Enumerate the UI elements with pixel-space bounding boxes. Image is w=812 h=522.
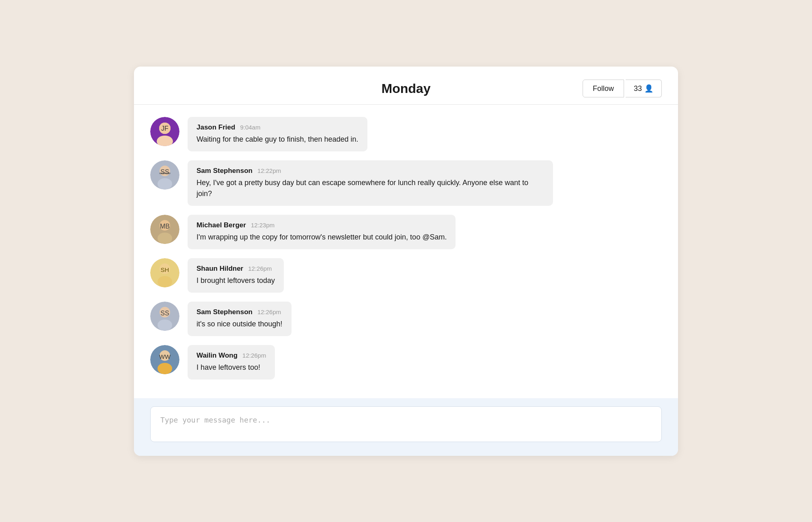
page-title: Monday [382, 81, 431, 96]
message-text: Waiting for the cable guy to finish, the… [197, 134, 358, 145]
message-meta: Wailin Wong12:26pm [197, 352, 266, 360]
message-row: SH Shaun Hildner12:26pmI brought leftove… [150, 258, 662, 293]
followers-button[interactable]: 33 👤 [626, 80, 662, 97]
follow-button[interactable]: Follow [583, 80, 624, 97]
message-text: Hey, I've got a pretty busy day but can … [197, 177, 544, 199]
message-input[interactable] [150, 406, 662, 442]
person-icon: 👤 [644, 84, 653, 93]
message-author: Jason Fried [197, 123, 235, 132]
message-time: 12:26pm [242, 352, 266, 359]
message-author: Michael Berger [197, 221, 246, 229]
message-author: Shaun Hildner [197, 265, 243, 273]
svg-text:WW: WW [159, 353, 171, 360]
message-text: I brought leftovers today [197, 275, 275, 286]
message-bubble: Jason Fried9:04amWaiting for the cable g… [188, 117, 367, 151]
message-bubble: Wailin Wong12:26pmI have leftovers too! [188, 345, 275, 380]
message-row: MB Michael Berger12:23pmI'm wrapping up … [150, 215, 662, 249]
message-author: Sam Stephenson [197, 167, 253, 175]
svg-text:MB: MB [160, 223, 170, 230]
message-bubble: Michael Berger12:23pmI'm wrapping up the… [188, 215, 456, 249]
message-meta: Michael Berger12:23pm [197, 221, 447, 229]
avatar: SH [150, 258, 179, 287]
svg-point-24 [158, 363, 172, 374]
message-meta: Shaun Hildner12:26pm [197, 265, 275, 273]
svg-point-7 [158, 178, 172, 190]
header-actions: Follow 33 👤 [583, 80, 662, 97]
messages-area: JF Jason Fried9:04amWaiting for the cabl… [134, 105, 678, 398]
message-author: Sam Stephenson [197, 308, 253, 316]
message-text: I'm wrapping up the copy for tomorrow's … [197, 232, 447, 243]
message-bubble: Sam Stephenson12:26pmit's so nice outsid… [188, 302, 292, 336]
svg-text:SS: SS [160, 310, 169, 317]
message-author: Wailin Wong [197, 352, 238, 360]
message-meta: Sam Stephenson12:22pm [197, 167, 544, 175]
message-time: 9:04am [240, 124, 260, 131]
message-bubble: Sam Stephenson12:22pmHey, I've got a pre… [188, 160, 553, 206]
avatar: SS [150, 160, 179, 190]
message-text: it's so nice outside though! [197, 319, 283, 330]
message-row: SS Sam Stephenson12:26pmit's so nice out… [150, 302, 662, 336]
message-time: 12:23pm [251, 222, 274, 229]
message-row: JF Jason Fried9:04amWaiting for the cabl… [150, 117, 662, 151]
message-bubble: Shaun Hildner12:26pmI brought leftovers … [188, 258, 284, 293]
input-area [134, 398, 678, 456]
chat-header: Monday Follow 33 👤 [134, 67, 678, 105]
svg-point-20 [158, 319, 172, 331]
avatar: MB [150, 215, 179, 244]
message-time: 12:26pm [248, 265, 272, 272]
svg-text:SS: SS [160, 168, 169, 175]
avatar: JF [150, 117, 179, 146]
avatar: WW [150, 345, 179, 374]
svg-point-12 [158, 233, 172, 244]
avatar: SS [150, 302, 179, 331]
message-row: SS Sam Stephenson12:22pmHey, I've got a … [150, 160, 662, 206]
message-meta: Sam Stephenson12:26pm [197, 308, 283, 316]
svg-text:JF: JF [161, 125, 168, 132]
message-time: 12:26pm [257, 308, 281, 315]
svg-point-16 [158, 276, 172, 287]
message-time: 12:22pm [257, 167, 281, 174]
message-text: I have leftovers too! [197, 362, 266, 373]
followers-count: 33 [634, 84, 642, 93]
message-meta: Jason Fried9:04am [197, 123, 358, 132]
svg-text:SH: SH [161, 266, 169, 273]
message-row: WW Wailin Wong12:26pmI have leftovers to… [150, 345, 662, 380]
chat-container: Monday Follow 33 👤 JF Jason Fried9:04amW… [134, 67, 678, 456]
